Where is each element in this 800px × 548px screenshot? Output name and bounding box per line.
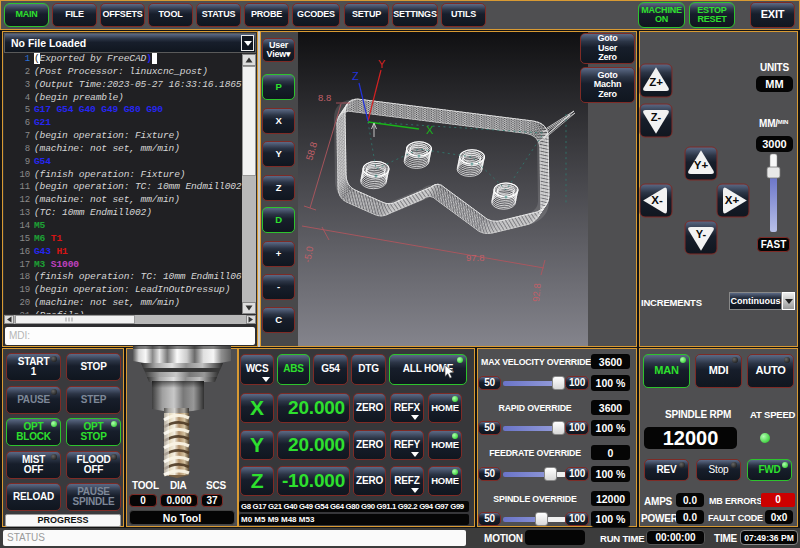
svg-text:Z: Z bbox=[352, 70, 359, 82]
svg-text:Y: Y bbox=[378, 58, 386, 70]
svg-text:Z+: Z+ bbox=[649, 76, 663, 88]
svg-text:Z-: Z- bbox=[651, 111, 662, 123]
svg-text:58.8: 58.8 bbox=[303, 141, 319, 162]
svg-text:Y+: Y+ bbox=[694, 159, 709, 171]
svg-text:X: X bbox=[426, 124, 434, 136]
svg-text:92.8: 92.8 bbox=[530, 283, 543, 302]
svg-text:X-: X- bbox=[651, 194, 663, 206]
svg-text:-5.0: -5.0 bbox=[301, 245, 315, 263]
svg-text:X+: X+ bbox=[725, 194, 740, 206]
svg-text:97.8: 97.8 bbox=[466, 252, 485, 263]
svg-text:8.8: 8.8 bbox=[318, 92, 331, 103]
svg-text:Y-: Y- bbox=[696, 228, 707, 240]
